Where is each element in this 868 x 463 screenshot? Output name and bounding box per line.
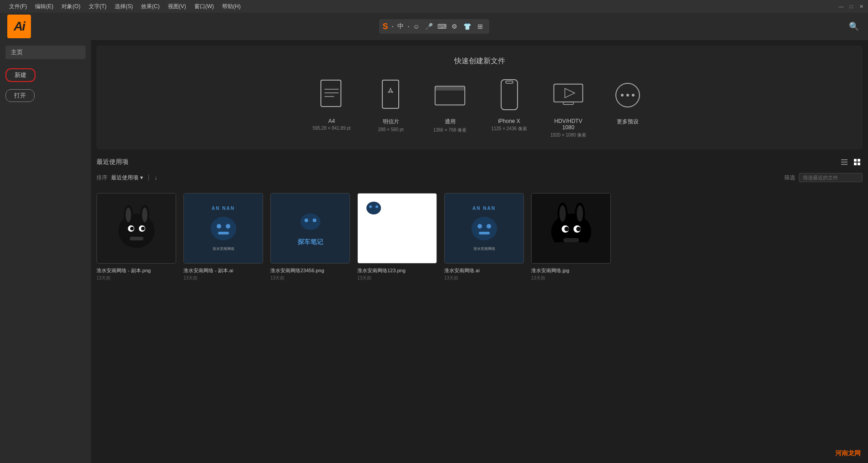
menu-file[interactable]: 文件(F) — [5, 2, 30, 11]
svg-point-43 — [376, 205, 378, 208]
svg-point-28 — [142, 208, 147, 222]
svg-point-56 — [576, 227, 581, 231]
file-name: 淮水安南网络.ai — [444, 267, 524, 274]
menu-effect[interactable]: 效果(C) — [137, 2, 163, 11]
svg-rect-20 — [854, 159, 857, 162]
svg-rect-58 — [555, 242, 587, 250]
template-postcard-name: 明信片 — [383, 118, 399, 126]
file-thumbnail: AN NAN 淮水安南网络 — [444, 193, 524, 264]
toolbar-keyboard-icon[interactable]: ⌨ — [437, 21, 447, 32]
file-item[interactable]: AN NAN 淮水安南网络 淮水安南网络 - 副本.ai 13天前 — [183, 193, 263, 281]
menu-select[interactable]: 选择(S) — [111, 2, 137, 11]
sort-select[interactable]: 最近使用项 ▾ — [111, 174, 143, 182]
svg-marker-11 — [565, 88, 574, 98]
file-date: 13天前 — [357, 275, 437, 281]
svg-rect-37 — [218, 232, 229, 234]
template-hdtv-size: 1920 × 1080 像素 — [550, 132, 586, 138]
toolbar-face-icon[interactable]: ☺ — [411, 21, 422, 32]
svg-point-14 — [621, 94, 624, 97]
filter-input[interactable] — [799, 173, 863, 182]
recent-header-right — [839, 157, 863, 168]
template-hdtv-name: HDV/HDTV 1080 — [548, 118, 589, 131]
sidebar-item-home[interactable]: 主页 — [5, 46, 86, 59]
template-postcard-size: 288 × 560 pt — [378, 127, 404, 132]
file-item[interactable]: 淮水安南网络123.png 13天前 — [357, 193, 437, 281]
grid-view-button[interactable] — [852, 157, 863, 168]
recent-title: 最近使用项 — [96, 158, 128, 166]
template-general[interactable]: 通用 1366 × 768 像素 — [430, 77, 471, 138]
template-hdtv[interactable]: HDV/HDTV 1080 1920 × 1080 像素 — [548, 77, 589, 138]
template-postcard-icon — [375, 77, 407, 113]
template-hdtv-icon — [553, 77, 584, 113]
svg-rect-0 — [321, 80, 341, 107]
svg-rect-8 — [501, 80, 518, 110]
toolbar-text-icon[interactable]: 中 — [395, 21, 406, 32]
template-general-name: 通用 — [445, 118, 456, 126]
template-a4-name: A4 — [328, 118, 335, 124]
svg-point-16 — [632, 94, 635, 97]
menu-window[interactable]: 窗口(W) — [191, 2, 218, 11]
svg-point-35 — [217, 224, 221, 229]
new-button[interactable]: 新建 — [5, 68, 36, 82]
file-item[interactable]: AN NAN 淮水安南网络 淮水安南网络.ai 13天前 — [444, 193, 524, 281]
svg-point-38 — [300, 214, 320, 230]
toolbar-mic-icon[interactable]: 🎤 — [424, 21, 435, 32]
title-bar: 文件(F) 编辑(E) 对象(O) 文字(T) 选择(S) 效果(C) 视图(V… — [0, 0, 868, 13]
svg-rect-9 — [506, 81, 513, 83]
svg-rect-33 — [130, 237, 143, 240]
toolbar-settings-icon[interactable]: ⚙ — [449, 21, 460, 32]
list-view-button[interactable] — [839, 157, 850, 168]
filter-label: 筛选 — [784, 174, 795, 182]
quick-create-section: 快速创建新文件 A4 595.28 × 841.89 pt — [96, 46, 863, 149]
recent-header: 最近使用项 — [96, 157, 863, 168]
minimize-button[interactable]: — — [838, 3, 844, 10]
file-thumbnail: 探车笔记 — [270, 193, 350, 264]
template-general-icon — [434, 77, 466, 113]
toolbar-grid-icon[interactable]: ⊞ — [475, 21, 486, 32]
svg-point-55 — [564, 227, 569, 231]
svg-rect-17 — [841, 159, 848, 160]
svg-point-42 — [369, 205, 372, 208]
view-toggle — [839, 157, 863, 168]
file-item[interactable]: 淮水安南网络 - 副本.png 13天前 — [96, 193, 176, 281]
template-a4[interactable]: A4 595.28 × 841.89 pt — [311, 77, 352, 138]
template-more-name: 更多预设 — [617, 118, 639, 126]
filter-area: 筛选 — [784, 173, 863, 182]
content-area: 快速创建新文件 A4 595.28 × 841.89 pt — [91, 40, 868, 463]
template-more[interactable]: 更多预设 — [607, 77, 648, 138]
search-button[interactable]: 🔍 — [849, 21, 859, 31]
toolbar-shirt-icon[interactable]: 👕 — [462, 21, 473, 32]
menu-view[interactable]: 视图(V) — [164, 2, 190, 11]
menu-object[interactable]: 对象(O) — [58, 2, 84, 11]
file-name: 淮水安南网络23456.png — [270, 267, 350, 274]
file-item[interactable]: 探车笔记 淮水安南网络23456.png 13天前 — [270, 193, 350, 281]
svg-point-27 — [126, 208, 131, 222]
open-button[interactable]: 打开 — [5, 89, 35, 102]
sort-label: 排序 — [96, 174, 107, 182]
menu-help[interactable]: 帮助(H) — [218, 2, 244, 11]
close-button[interactable]: ✕ — [858, 3, 864, 10]
maximize-button[interactable]: □ — [848, 3, 854, 10]
sort-direction-button[interactable]: ↓ — [154, 174, 157, 181]
menu-edit[interactable]: 编辑(E) — [31, 2, 57, 11]
template-grid: A4 595.28 × 841.89 pt 明信片 288 × 560 pt — [107, 77, 852, 138]
svg-rect-4 — [382, 80, 399, 108]
svg-point-40 — [313, 219, 316, 222]
main-layout: 主页 新建 打开 快速创建新文件 — [0, 40, 868, 463]
template-iphone[interactable]: iPhone X 1125 × 2436 像素 — [489, 77, 530, 138]
template-general-size: 1366 × 768 像素 — [433, 127, 467, 133]
file-item[interactable]: 淮水安南网络.jpg 13天前 — [531, 193, 611, 281]
menu-bar[interactable]: 文件(F) 编辑(E) 对象(O) 文字(T) 选择(S) 效果(C) 视图(V… — [5, 2, 244, 11]
template-postcard[interactable]: 明信片 288 × 560 pt — [371, 77, 411, 138]
svg-point-46 — [487, 224, 491, 229]
window-controls[interactable]: — □ ✕ — [838, 3, 864, 10]
svg-rect-18 — [841, 162, 848, 163]
file-thumbnail — [96, 193, 176, 264]
svg-rect-57 — [563, 238, 579, 242]
file-name: 淮水安南网络 - 副本.png — [96, 267, 176, 274]
menu-text[interactable]: 文字(T) — [85, 2, 110, 11]
svg-rect-22 — [854, 163, 857, 165]
svg-point-15 — [626, 94, 629, 97]
svg-point-52 — [577, 205, 583, 222]
files-grid: 淮水安南网络 - 副本.png 13天前 AN NAN — [96, 193, 863, 281]
